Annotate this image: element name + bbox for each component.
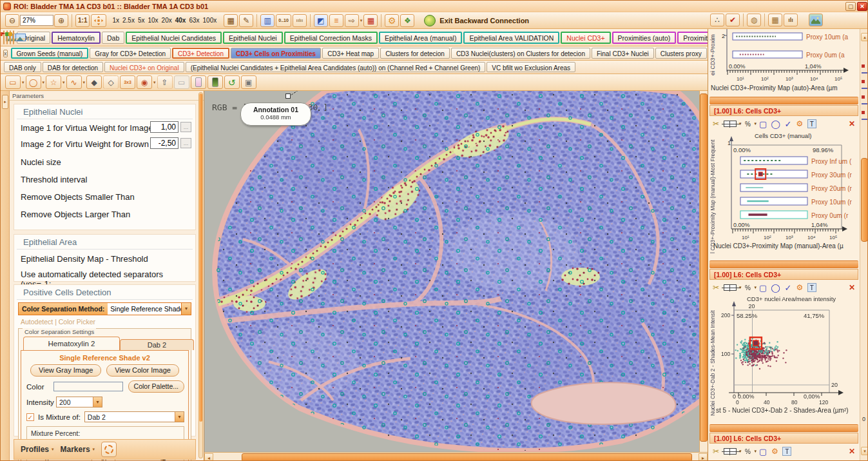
image-tab[interactable]: Nuclei CD3+ xyxy=(561,32,610,44)
area-intensity-scatter-chart[interactable]: CD3+ nuclei Area/mean intensity201002002… xyxy=(709,295,859,421)
tab-dab2[interactable]: Dab 2 xyxy=(120,339,194,350)
exit-backward-connection-label[interactable]: Exit Backward Connection xyxy=(439,17,529,25)
proximity-auto-chart[interactable]: ei CD3+-Proxim2Proxy 10um (aProxy 0um (a… xyxy=(709,29,859,93)
markers-menu[interactable]: Markers xyxy=(61,445,90,454)
panel-scrollbar-thumb[interactable] xyxy=(861,158,868,242)
chart-proximity-manual[interactable]: Cells CD3+ (manual)10.00%98.96%Proxy Inf… xyxy=(709,131,858,260)
refresh-markers-button[interactable] xyxy=(101,442,117,457)
rect-gate-button[interactable]: ▢ xyxy=(758,282,768,293)
chart-area-intensity[interactable]: CD3+ nuclei Area/mean intensity201002002… xyxy=(709,295,858,424)
caliper-button[interactable]: 0..10 xyxy=(276,14,291,27)
result-tab[interactable]: Clusters proxy xyxy=(655,48,707,59)
tissue-image[interactable] xyxy=(204,91,708,452)
scroll-right-button[interactable]: ▸ xyxy=(699,453,708,461)
proximity-manual-chart[interactable]: Cells CD3+ (manual)10.00%98.96%Proxy Inf… xyxy=(709,131,859,257)
result-tab[interactable]: CD3+ Detection xyxy=(172,48,229,59)
ruler-button[interactable]: ıılıı xyxy=(293,14,307,27)
green-marker-button[interactable] xyxy=(207,75,223,89)
weight-image1-more-button[interactable]: ... xyxy=(180,122,191,132)
close-window-button[interactable]: ✕ xyxy=(857,2,867,11)
scatter-plot-button[interactable]: ∴ xyxy=(710,14,724,26)
target-button[interactable]: ◉ xyxy=(137,75,152,89)
image-tab[interactable]: Epithelial Nuclei xyxy=(223,32,283,44)
channel-tab[interactable]: Nuclei CD3+ on Original xyxy=(104,62,184,72)
section-header[interactable]: [1.00] L6: Cells CD3+ xyxy=(709,433,858,444)
channel-tab[interactable]: (Epithelial Nuclei Candidates + Epitheli… xyxy=(186,62,486,72)
image-gallery-button[interactable] xyxy=(13,30,14,44)
polygon-gate-button[interactable]: ✓ xyxy=(783,118,793,130)
percent-dropdown-arrow[interactable]: ▾ xyxy=(755,121,757,126)
gate-cut-button[interactable]: ✂ xyxy=(711,446,721,457)
result-tab[interactable]: CD3 Nuclei(clusters) on Clusters for det… xyxy=(451,48,590,59)
rectangle-dropdown-arrow[interactable]: ▾ xyxy=(22,80,24,85)
gate-cut-button[interactable]: ✂ xyxy=(711,118,721,130)
panel-scroll-up-button[interactable]: ▴ xyxy=(861,33,868,41)
percent-mode-button[interactable]: % xyxy=(743,118,753,130)
image-tab[interactable]: Hematoxylin xyxy=(52,32,101,44)
close-chart-button[interactable]: ✕ xyxy=(847,282,857,293)
intensity-select[interactable]: 200 ▾ xyxy=(56,397,102,407)
undo-button[interactable]: ↺ xyxy=(224,75,240,89)
profiles-dropdown-arrow[interactable]: ▾ xyxy=(52,447,54,452)
image-tab[interactable]: Epithelial Area (manual) xyxy=(379,32,462,44)
left-panel-scrollbar[interactable] xyxy=(198,92,203,458)
magnification-label[interactable]: 63x xyxy=(189,17,199,24)
freehand-roi-button[interactable]: ∿ xyxy=(66,75,82,89)
actual-size-button[interactable]: 1:1 xyxy=(75,14,90,27)
map-export-button[interactable]: ❖ xyxy=(400,14,414,27)
text-annotation-button[interactable]: T xyxy=(806,118,818,130)
ellipse-gate-button[interactable]: ◯ xyxy=(769,118,782,130)
image-viewer[interactable]: RGB = [ 118 67 30 ] Annotation 01 0.0488… xyxy=(204,91,708,461)
restore-window-button[interactable]: ▢ xyxy=(845,2,856,11)
settings-gears-button[interactable]: ⚙ xyxy=(769,446,780,457)
polygon-gate-button[interactable]: ✓ xyxy=(783,282,793,293)
image-tab[interactable]: Epithelial Area VALIDATION xyxy=(463,32,559,44)
panel-separator[interactable] xyxy=(709,424,858,432)
close-chart-button[interactable]: ✕ xyxy=(847,446,857,457)
arrow-pin-button[interactable]: ⇧ xyxy=(157,75,173,89)
pan-button[interactable] xyxy=(91,14,106,27)
mixture-select[interactable]: Dab 2 ▾ xyxy=(84,411,184,422)
rectangle-roi-button[interactable]: ▭ xyxy=(5,75,21,89)
result-tab[interactable]: Final CD3+ Nuclei xyxy=(592,48,654,59)
scroll-left-button[interactable]: ◂ xyxy=(204,453,213,461)
autodetect-link[interactable]: Autodetect xyxy=(21,318,53,326)
grid-3x3-button[interactable]: 3x3 xyxy=(120,75,135,89)
percent-mode-button[interactable]: % xyxy=(743,446,753,457)
ellipse-dropdown-arrow[interactable]: ▾ xyxy=(43,80,45,85)
magnification-label[interactable]: 2.5x xyxy=(122,17,135,24)
freehand-dropdown-arrow[interactable]: ▾ xyxy=(83,80,86,85)
grid-panel-button[interactable]: ▦ xyxy=(768,14,782,26)
weight-image1-input[interactable] xyxy=(150,121,178,133)
magnification-label[interactable]: 40x xyxy=(175,17,186,24)
method-dropdown-arrow[interactable]: ▾ xyxy=(181,303,191,315)
weight-brown-input[interactable] xyxy=(150,137,178,149)
image-toggle-button[interactable] xyxy=(809,14,823,26)
viewer-horizontal-scrollbar[interactable]: ◂ ▸ xyxy=(204,452,708,461)
color-picker-link[interactable]: Color Picker xyxy=(59,318,95,326)
annotate-button[interactable]: ✎ xyxy=(239,14,253,27)
text-annotation-button[interactable]: T xyxy=(806,282,818,293)
result-tab[interactable]: Clusters for detecion xyxy=(380,48,450,59)
result-tab[interactable]: Grown Seeds (manual) xyxy=(11,48,89,59)
left-panel-scrollbar-thumb[interactable] xyxy=(199,93,202,422)
rect-gate-button[interactable]: ▢ xyxy=(758,118,768,130)
horizontal-scroll-thumb[interactable] xyxy=(242,453,692,461)
viewer-vertical-scrollbar[interactable] xyxy=(699,91,708,452)
image-tab[interactable]: Epithelial Correction Masks xyxy=(284,32,378,44)
section-header[interactable]: [1.00] L6: Cells CD3+ xyxy=(709,269,858,280)
percent-dropdown-arrow[interactable]: ▾ xyxy=(755,285,757,290)
grid-zoom-button[interactable]: ▦ xyxy=(224,14,238,27)
percent-dropdown-arrow[interactable]: ▾ xyxy=(755,449,757,454)
result-tab[interactable]: Gray for CD3+ Detection xyxy=(90,48,171,59)
pin-up-button[interactable]: ◇ xyxy=(103,75,119,89)
statistics-button[interactable]: ılı xyxy=(784,14,798,26)
profiles-menu[interactable]: Profiles xyxy=(21,445,49,454)
magnification-label[interactable]: 20x xyxy=(162,17,172,24)
gallery-button[interactable]: ◍ xyxy=(747,14,761,26)
ellipse-gate-button[interactable]: ◯ xyxy=(769,282,782,293)
image-tab[interactable]: Proximities (auto) xyxy=(612,32,677,44)
method-select[interactable]: Single Reference Shade v2 xyxy=(108,303,181,315)
channel-tab[interactable]: DAB for detection xyxy=(43,62,103,72)
boxplot-type-button[interactable] xyxy=(722,118,738,130)
